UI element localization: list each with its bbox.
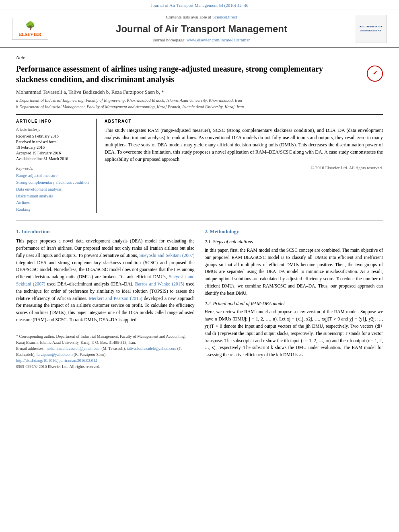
crossmark-icon: ✔ xyxy=(373,70,377,77)
methodology-paragraph-1: In this paper, first, the RAM model and … xyxy=(205,247,383,297)
email-label: E-mail addresses: xyxy=(16,346,45,351)
intro-paragraph: This paper proposes a novel data envelop… xyxy=(16,238,195,324)
intro-p1b: integrated DEA and strong complementary … xyxy=(16,260,195,279)
methodology-number: 2. xyxy=(205,228,209,234)
homepage-label: journal homepage: xyxy=(152,37,185,42)
abstract-text: This study integrates RAM (range-adjuste… xyxy=(105,127,383,163)
footnotes: * Corresponding author. Department of In… xyxy=(16,330,195,370)
subsection-1-title: 2.1. Steps of calculations xyxy=(205,238,383,245)
sciencedirect-label: Contents lists available at ScienceDirec… xyxy=(56,14,347,20)
abstract-heading: ABSTRACT xyxy=(105,119,383,124)
issn-text: 0969-6997/© 2016 Elsevier Ltd. All right… xyxy=(16,364,195,370)
elsevier-logo: 🌳 ELSEVIER xyxy=(12,18,48,40)
intro-p1c: used DEA–discriminant analysis (DEA–DA). xyxy=(47,281,133,286)
journal-main-title: Journal of Air Transport Management xyxy=(56,22,347,36)
abstract-copyright: © 2016 Elsevier Ltd. All rights reserved… xyxy=(105,165,383,171)
elsevier-text: ELSEVIER xyxy=(19,31,41,37)
intro-number: 1. xyxy=(16,228,20,234)
journal-citation: Journal of Air Transport Management 54 (… xyxy=(0,0,399,10)
article-info-abstract-area: ARTICLE INFO Article history: Received 5… xyxy=(16,119,383,213)
email-addresses: E-mail addresses: mohammad.tavassoli@yma… xyxy=(16,345,195,357)
divider-2 xyxy=(16,220,383,221)
main-content: Note Performance assessment of airlines … xyxy=(0,48,399,378)
keyword-1: Range-adjusted measure xyxy=(16,173,90,179)
link-sueyoshi-1[interactable]: Sueyoshi and Sekitani (2007) xyxy=(140,253,195,258)
affiliations: a Department of Industrial Engineering, … xyxy=(16,98,383,110)
abstract-col: ABSTRACT This study integrates RAM (rang… xyxy=(105,119,383,213)
intro-title-text: Introduction xyxy=(21,228,50,234)
divider-1 xyxy=(16,114,383,115)
journal-citation-text: Journal of Air Transport Management 54 (… xyxy=(151,3,248,8)
methodology-col: 2. Methodology 2.1. Steps of calculation… xyxy=(205,228,383,370)
thumbnail-text: AIR TRANSPORT MANAGEMENT xyxy=(355,25,387,33)
corresponding-author-note: * Corresponding author. Department of In… xyxy=(16,333,195,345)
keyword-6: Ranking xyxy=(16,206,90,213)
subsection-2-title: 2.2. Primal and dual of RAM-DEA model xyxy=(205,300,383,307)
available-online: Available online 31 March 2016 xyxy=(16,156,90,162)
keyword-3: Data envelopment analysis xyxy=(16,186,90,193)
accepted-date: Accepted 19 February 2016 xyxy=(16,150,90,156)
link-barros[interactable]: Barros and Wanke (2015) xyxy=(135,281,184,286)
article-info-heading: ARTICLE INFO xyxy=(16,119,90,124)
authors-text: Mohammad Tavassoli a, Taliva Badizadeh b… xyxy=(16,89,164,95)
received-revised-date: 19 February 2016 xyxy=(16,145,90,150)
keyword-2: Strong complementary slackness condition xyxy=(16,179,90,186)
email-1[interactable]: mohammad.tavassoli@ymail.com xyxy=(45,346,100,351)
contents-label: Contents lists available at xyxy=(166,14,211,19)
keyword-5: Airlines xyxy=(16,199,90,206)
note-label: Note xyxy=(16,54,383,61)
email-2[interactable]: taliva.badiezadeh@yahoo.com xyxy=(127,346,176,351)
methodology-section-title: 2. Methodology xyxy=(205,228,383,235)
email-1-person: (M. Tavassoli), xyxy=(101,346,126,351)
homepage-line: journal homepage: www.elsevier.com/locat… xyxy=(56,37,347,43)
journal-header: 🌳 ELSEVIER Contents lists available at S… xyxy=(0,10,399,48)
doi-link[interactable]: http://dx.doi.org/10.1016/j.jairtraman.2… xyxy=(16,358,97,363)
authors-line: Mohammad Tavassoli a, Taliva Badizadeh b… xyxy=(16,88,383,96)
sciencedirect-link[interactable]: ScienceDirect xyxy=(212,14,237,19)
received-revised-label: Received in revised form xyxy=(16,139,90,145)
homepage-link[interactable]: www.elsevier.com/locate/jairtraman xyxy=(187,37,251,42)
article-title: Performance assessment of airlines using… xyxy=(16,64,346,84)
keywords-list: Range-adjusted measure Strong complement… xyxy=(16,173,90,213)
body-content: 1. Introduction This paper proposes a no… xyxy=(16,228,383,370)
affiliation-a: a Department of Industrial Engineering, … xyxy=(16,98,383,104)
link-merkert[interactable]: Merkert and Pearson (2015) xyxy=(89,296,142,301)
email-3[interactable]: farzipour@yahoo.com xyxy=(37,352,73,357)
affiliation-b: b Department of Industrial Management, F… xyxy=(16,104,383,110)
intro-section-title: 1. Introduction xyxy=(16,228,195,235)
article-info-col: ARTICLE INFO Article history: Received 5… xyxy=(16,119,97,213)
history-label: Article history: xyxy=(16,127,90,132)
journal-title-area: Contents lists available at ScienceDirec… xyxy=(48,14,355,43)
journal-thumbnail: AIR TRANSPORT MANAGEMENT xyxy=(355,15,387,43)
keyword-4: Discriminant analysis xyxy=(16,193,90,200)
crossmark-badge: ✔ xyxy=(367,66,383,82)
keywords-label: Keywords: xyxy=(16,166,90,171)
methodology-paragraph-2: Here, we review the RAM model and propos… xyxy=(205,308,383,359)
email-3-person: (R. Farzipoor Saen). xyxy=(74,352,107,357)
introduction-col: 1. Introduction This paper proposes a no… xyxy=(16,228,195,370)
elsevier-logo-area: 🌳 ELSEVIER xyxy=(12,18,48,40)
received-date: Received 5 February 2016 xyxy=(16,134,90,139)
tree-decorative-icon: 🌳 xyxy=(25,20,35,31)
methodology-title-text: Methodology xyxy=(210,228,239,234)
